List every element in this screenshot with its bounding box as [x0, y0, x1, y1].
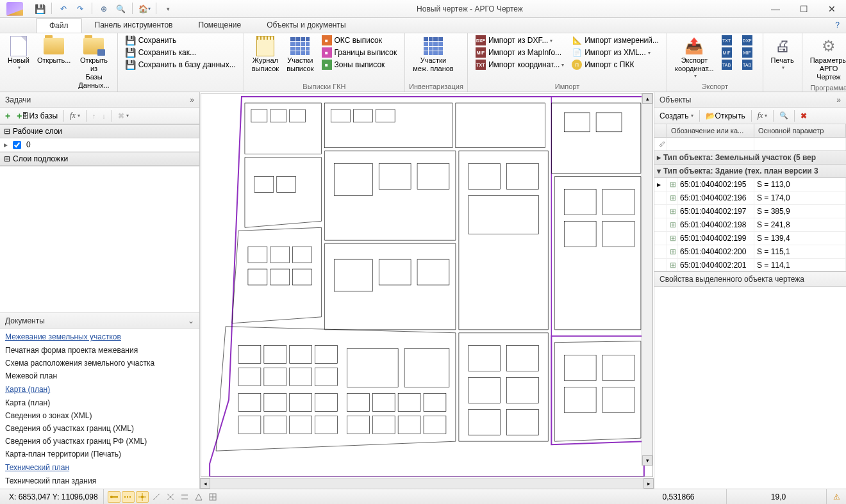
snap-perpendicular-icon[interactable] — [150, 491, 163, 503]
export-tab-button[interactable]: TAB — [718, 59, 738, 70]
snap-midpoint-icon[interactable] — [122, 491, 135, 503]
redo-icon[interactable]: ↷ — [74, 3, 87, 15]
tab-toolbar[interactable]: Панель инструментов — [82, 18, 186, 33]
tab-file[interactable]: Файл — [36, 18, 82, 33]
doc-item[interactable]: Технический план здания — [0, 475, 199, 487]
export-mif-button[interactable]: MIF — [718, 47, 738, 58]
from-db-button[interactable]: +🗄 Из базы — [14, 110, 60, 122]
save-to-db-button[interactable]: Сохранить в базу данных... — [122, 59, 240, 70]
doc-item[interactable]: Схема расположения земельного участка — [0, 357, 199, 370]
drawing-canvas[interactable]: ▴▾ — [201, 93, 653, 477]
export-dxf-button[interactable]: DXF — [738, 35, 759, 46]
snap-endpoint-icon[interactable] — [108, 491, 120, 503]
save-as-button[interactable]: Сохранить как... — [122, 47, 240, 58]
undo-icon[interactable]: ↶ — [57, 3, 70, 15]
export-txt-button[interactable]: TXT — [718, 35, 738, 46]
obj-fx-button[interactable]: fx — [755, 110, 770, 122]
close-button[interactable]: ✕ — [818, 0, 846, 18]
tab-room[interactable]: Помещение — [186, 18, 254, 33]
parcels-extracts-button[interactable]: Участки выписок — [283, 35, 317, 81]
object-group-building[interactable]: ▾Тип объекта: Здание (тех. план версии 3 — [654, 165, 846, 178]
import-dxf-button[interactable]: DXFИмпорт из DXF... — [472, 35, 568, 46]
open-from-db-button[interactable]: Открыть из Базы Данных... — [74, 35, 113, 91]
minimize-button[interactable]: — — [761, 0, 790, 18]
snap-node-icon[interactable] — [136, 491, 149, 503]
new-button[interactable]: Новый — [4, 35, 33, 91]
object-row[interactable]: ⊞65:01:0404002:198S = 241,8 — [654, 218, 846, 232]
filter-designation[interactable] — [667, 138, 754, 150]
add-task-button[interactable]: + — [3, 110, 13, 122]
pin-icon[interactable]: » — [836, 95, 841, 104]
object-row[interactable]: ⊞65:01:0404002:197S = 385,9 — [654, 205, 846, 218]
export-mif2-button[interactable]: MIF — [738, 47, 759, 58]
create-object-button[interactable]: Создать — [657, 110, 696, 122]
working-layers-header[interactable]: ⊟Рабочие слои — [0, 124, 199, 138]
snap-intersection-icon[interactable] — [164, 491, 177, 503]
import-pkk-button[interactable]: ПИмпорт с ПКК — [568, 59, 663, 70]
oks-button[interactable]: ■ОКС выписок — [318, 35, 401, 46]
print-button[interactable]: 🖨Печать — [767, 35, 798, 81]
open-object-button[interactable]: 📂 Открыть — [703, 110, 748, 122]
save-button[interactable]: Сохранить — [122, 35, 240, 46]
doc-item[interactable]: Сведения о зонах (XML) — [0, 409, 199, 422]
doc-item[interactable]: Карта (план) — [0, 396, 199, 409]
qat-save-icon[interactable] — [33, 3, 46, 15]
warning-icon[interactable]: ⚠ — [831, 491, 842, 503]
doc-item[interactable]: Печатная форма проекта межевания — [0, 344, 199, 357]
import-mapinfo-button[interactable]: MIFИмпорт из MapInfo... — [472, 47, 568, 58]
snap-grid-icon[interactable] — [206, 491, 219, 503]
svg-rect-59 — [469, 346, 501, 371]
svg-rect-68 — [602, 387, 634, 412]
journal-button[interactable]: Журнал выписок — [248, 35, 283, 81]
home-icon[interactable]: 🏠▾ — [138, 3, 151, 15]
tab-objects-docs[interactable]: Объекты и документы — [254, 18, 358, 33]
object-row[interactable]: ⊞65:01:0404002:201S = 114,1 — [654, 259, 846, 272]
help-icon[interactable]: ? — [829, 18, 846, 33]
down-icon[interactable]: ↓ — [99, 111, 108, 121]
doc-group[interactable]: Карта (план) — [0, 382, 199, 396]
export-coord-button[interactable]: 📤Экспорт координат... — [671, 35, 718, 81]
underlay-layers-header[interactable]: ⊟Слои подложки — [0, 152, 199, 166]
obj-delete-button[interactable]: ✖ — [798, 110, 809, 122]
zoom-extents-icon[interactable]: ⊕ — [97, 3, 110, 15]
open-button[interactable]: Открыть... — [33, 35, 74, 91]
maximize-button[interactable]: ☐ — [790, 0, 818, 18]
snap-angle-icon[interactable] — [192, 491, 205, 503]
import-xml-button[interactable]: 📄Импорт из XML... — [568, 47, 663, 58]
object-row[interactable]: ⊞65:01:0404002:199S = 139,4 — [654, 232, 846, 245]
chevron-down-icon[interactable]: ⌄ — [188, 316, 194, 325]
col-designation[interactable]: Обозначение или ка... — [667, 124, 754, 137]
params-button[interactable]: ⚙Параметры АРГО Чертеж — [806, 35, 846, 83]
pin-icon[interactable]: » — [190, 95, 194, 104]
horizontal-scrollbar[interactable]: ◂▸ — [200, 478, 654, 489]
object-row[interactable]: ⊞65:01:0404002:200S = 115,1 — [654, 245, 846, 259]
doc-group[interactable]: Технический план — [0, 460, 199, 475]
doc-group[interactable]: Межевание земельных участков — [0, 330, 199, 344]
up-icon[interactable]: ↑ — [90, 111, 99, 121]
borders-button[interactable]: ■Границы выписок — [318, 47, 401, 58]
snap-parallel-icon[interactable] — [178, 491, 191, 503]
obj-find-button[interactable]: 🔍 — [777, 110, 791, 121]
object-group-land[interactable]: ▸Тип объекта: Земельный участок (5 вер — [654, 151, 846, 165]
filter-param[interactable] — [754, 138, 846, 150]
import-coord-button[interactable]: TXTИмпорт координат... — [472, 59, 568, 70]
zones-button[interactable]: ■Зоны выписок — [318, 59, 401, 70]
import-measurements-button[interactable]: 📐Импорт измерений... — [568, 35, 663, 46]
layer-visible-checkbox[interactable] — [13, 141, 21, 149]
find-icon[interactable]: 🔍 — [114, 3, 127, 15]
object-row[interactable]: ⊞65:01:0404002:196S = 174,0 — [654, 191, 846, 205]
doc-item[interactable]: Сведения об участках границ РФ (XML) — [0, 435, 199, 448]
qat-customize-icon[interactable]: ▾ — [162, 3, 174, 15]
filter-icon[interactable]: 🜚 — [654, 138, 667, 150]
doc-item[interactable]: Межевой план — [0, 370, 199, 382]
doc-item[interactable]: Сведения об участках границ (XML) — [0, 422, 199, 435]
layer-row[interactable]: ▸ 0 — [0, 138, 199, 152]
col-main-param[interactable]: Основной параметр — [754, 124, 846, 137]
fx-button[interactable]: fx — [67, 110, 83, 122]
vertical-scrollbar[interactable]: ▴▾ — [642, 93, 652, 466]
parcels-plan-button[interactable]: Участки меж. планов — [409, 35, 458, 81]
delete-task-button[interactable]: ✖ — [115, 110, 131, 122]
export-tab2-button[interactable]: TAB — [738, 59, 759, 70]
doc-item[interactable]: Карта-план территории (Печать) — [0, 448, 199, 460]
object-row[interactable]: ▸⊞65:01:0404002:195S = 113,0 — [654, 178, 846, 191]
